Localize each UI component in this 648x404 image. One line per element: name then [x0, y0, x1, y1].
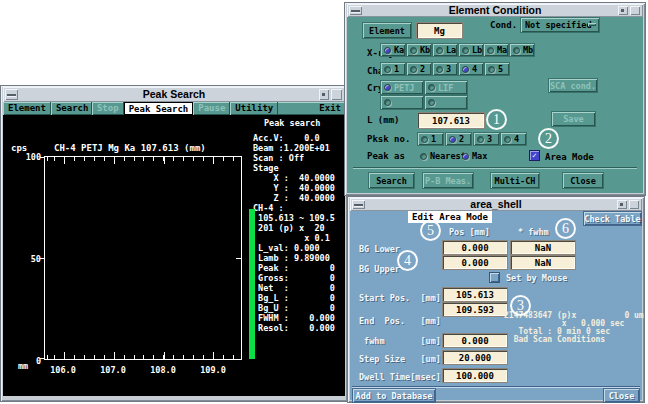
radio-icon: [487, 47, 494, 54]
peak-as-option-nearest[interactable]: Nearest: [417, 150, 461, 162]
element-condition-titlebar[interactable]: Element Condition: [347, 4, 643, 17]
radio-icon: [420, 153, 427, 160]
bg-upper-pos-field[interactable]: 0.000: [443, 256, 507, 269]
radio-icon: [384, 47, 391, 54]
radio-icon: [436, 47, 443, 54]
x-tick-label: 109.0: [200, 365, 226, 375]
element-condition-body: Element Mg Cond. Not specified X-ray Ka …: [347, 17, 643, 193]
plot-title: CH-4 PETJ Mg Ka 107.613 (mm): [54, 143, 206, 153]
maximize-icon[interactable]: [331, 89, 342, 100]
dwell-time-field[interactable]: 100.000: [443, 369, 507, 382]
area-shell-titlebar[interactable]: area_shell: [350, 198, 642, 211]
window-menu-icon[interactable]: [618, 6, 628, 15]
desktop: Peak Search Element Search Stop Peak Sea…: [0, 0, 648, 404]
area-mode-checkbox[interactable]: ✓: [530, 151, 539, 160]
radio-icon: [513, 47, 520, 54]
menu-item-pause: Pause: [193, 102, 230, 115]
peak-search-titlebar[interactable]: Peak Search: [3, 87, 345, 102]
radio-icon: [462, 66, 469, 73]
window-title: Peak Search: [3, 88, 345, 100]
menu-item-utility[interactable]: Utility: [230, 102, 278, 115]
scan-summary-text: 2147483647 (p)x 0 um x 0.000 sec Total :…: [504, 312, 644, 344]
menu-bar: Element Search Stop Peak Search Pause Ut…: [3, 102, 345, 115]
pksk-option-2[interactable]: 2: [446, 133, 471, 145]
pksk-label: Pksk no.: [367, 134, 410, 144]
edit-area-mode-label: Edit Area Mode: [408, 211, 492, 223]
window-title: Element Condition: [347, 4, 643, 16]
peak-as-option-max[interactable]: Max: [459, 150, 491, 162]
x-tick-label: 107.0: [100, 365, 126, 375]
search-button[interactable]: Search: [369, 173, 414, 188]
channel-option-4[interactable]: 4: [459, 63, 483, 75]
x-tick-label: 108.0: [150, 365, 176, 375]
separator: [353, 167, 637, 168]
bg-upper-label: BG Upper: [359, 264, 400, 274]
annotation-circle-5: 5: [420, 220, 441, 241]
xray-option-ma[interactable]: Ma: [484, 44, 508, 56]
l-mm-field[interactable]: 107.613: [418, 113, 484, 128]
radio-icon: [384, 99, 391, 106]
spectrum-plot: [44, 156, 242, 360]
radio-icon: [410, 66, 417, 73]
radio-icon: [410, 47, 417, 54]
l-mm-label: L (mm): [367, 115, 400, 125]
sca-cond-button: SCA cond.: [549, 79, 597, 92]
multi-ch-button[interactable]: Multi-CH: [491, 173, 539, 188]
area-mode-label: Area Mode: [545, 152, 594, 162]
peak-as-label: Peak as: [367, 151, 405, 161]
cond-dropdown[interactable]: Not specified: [521, 18, 599, 32]
step-size-label: Step Size [um]: [359, 354, 441, 364]
radio-icon: [462, 47, 469, 54]
menu-item-element[interactable]: Element: [3, 102, 51, 115]
xray-option-mb[interactable]: Mb: [510, 44, 534, 56]
radio-icon: [384, 66, 391, 73]
element-value-field[interactable]: Mg: [417, 23, 462, 38]
radio-icon: [428, 84, 435, 91]
bg-lower-fwhm-field[interactable]: NaN: [511, 241, 575, 254]
channel-option-5[interactable]: 5: [485, 63, 509, 75]
xray-option-kb[interactable]: Kb: [407, 44, 431, 56]
annotation-circle-1: 1: [486, 109, 507, 130]
check-table-button[interactable]: Check Table: [584, 212, 641, 225]
step-size-field[interactable]: 20.000: [443, 351, 507, 364]
radio-icon: [449, 136, 456, 143]
cond-label: Cond.: [490, 20, 517, 30]
bg-lower-pos-field[interactable]: 0.000: [443, 241, 507, 254]
crystal-option-lif[interactable]: LIF: [425, 81, 467, 94]
close-button[interactable]: Close: [604, 389, 639, 402]
crystal-option-petj[interactable]: PETJ: [381, 81, 423, 94]
pksk-option-4[interactable]: 4: [501, 133, 526, 145]
menu-item-search[interactable]: Search: [51, 102, 92, 115]
xray-option-ka[interactable]: Ka: [381, 44, 405, 56]
crystal-option-empty-2: [425, 96, 467, 109]
window-menu-icon[interactable]: [617, 200, 627, 209]
channel-option-2[interactable]: 2: [407, 63, 431, 75]
channel-option-3[interactable]: 3: [433, 63, 457, 75]
maximize-icon[interactable]: [630, 6, 640, 15]
start-pos-field[interactable]: 105.613: [443, 288, 507, 301]
menu-item-peak-search[interactable]: Peak Search: [124, 102, 194, 115]
set-by-mouse-checkbox[interactable]: [490, 273, 499, 282]
y-tick-label: 100: [11, 152, 41, 162]
fwhm-field[interactable]: 0.000: [443, 334, 507, 347]
start-pos-label: Start Pos. [mm]: [359, 293, 441, 303]
window-menu-icon[interactable]: [319, 89, 329, 100]
radio-icon: [384, 84, 391, 91]
pksk-option-3[interactable]: 3: [474, 133, 499, 145]
menu-item-exit[interactable]: Exit: [315, 102, 345, 115]
channel-option-1[interactable]: 1: [381, 63, 405, 75]
radio-icon: [504, 136, 511, 143]
xray-option-la[interactable]: La: [433, 44, 457, 56]
dropdown-indicator-icon: [588, 23, 596, 26]
fwhm-label: fwhm [um]: [359, 336, 441, 346]
end-pos-field[interactable]: 109.593: [443, 303, 507, 316]
pksk-option-1[interactable]: 1: [418, 133, 443, 145]
close-button[interactable]: Close: [563, 173, 603, 188]
maximize-icon[interactable]: [629, 200, 639, 209]
element-button[interactable]: Element: [363, 23, 411, 38]
bg-upper-fwhm-field[interactable]: NaN: [511, 256, 575, 269]
xray-option-lb[interactable]: Lb: [459, 44, 483, 56]
add-to-database-button[interactable]: Add to Database: [353, 389, 435, 402]
element-condition-window: Element Condition Element Mg Cond. Not s…: [344, 2, 646, 196]
radio-icon: [462, 153, 469, 160]
